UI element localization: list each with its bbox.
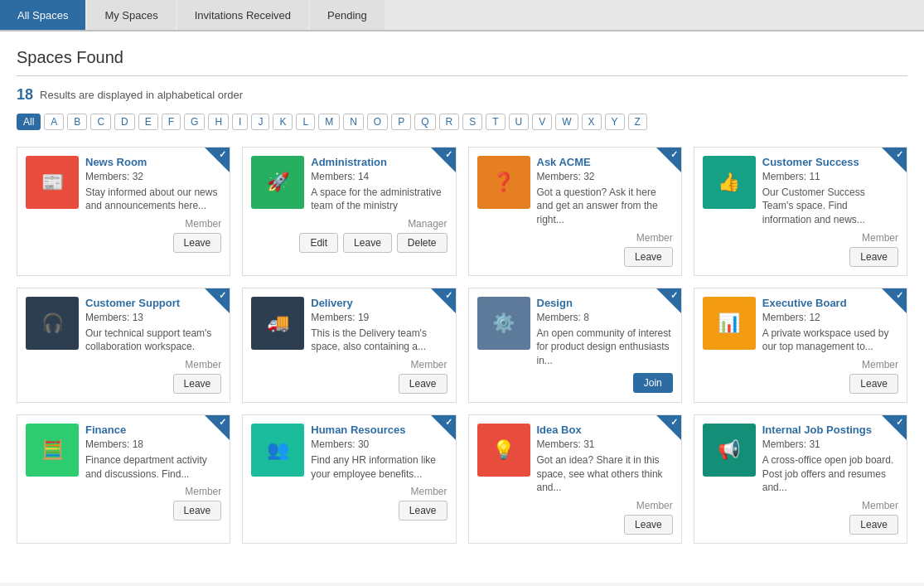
card-title[interactable]: Ask ACME bbox=[537, 156, 673, 169]
tab-my-spaces[interactable]: My Spaces bbox=[87, 0, 175, 30]
alpha-btn-m[interactable]: M bbox=[318, 114, 340, 130]
page-title: Spaces Found bbox=[17, 48, 907, 76]
card-members: Members: 14 bbox=[311, 171, 447, 182]
member-check-badge bbox=[656, 148, 681, 172]
alpha-btn-all[interactable]: All bbox=[17, 114, 41, 130]
member-check-badge bbox=[656, 415, 681, 440]
btn-leave-customer-support[interactable]: Leave bbox=[173, 374, 222, 394]
card-role: Member bbox=[703, 359, 898, 370]
card-title[interactable]: Customer Support bbox=[85, 297, 221, 310]
cards-grid: 📰News RoomMembers: 32Stay informed about… bbox=[17, 147, 907, 544]
card-members: Members: 8 bbox=[537, 312, 673, 323]
member-check-badge bbox=[431, 148, 456, 172]
card-administration: 🚀AdministrationMembers: 14A space for th… bbox=[242, 147, 456, 276]
card-thumbnail: 🧮 bbox=[26, 424, 79, 477]
alpha-btn-y[interactable]: Y bbox=[605, 114, 625, 130]
alpha-btn-l[interactable]: L bbox=[296, 114, 315, 130]
card-title[interactable]: Idea Box bbox=[537, 424, 673, 437]
alpha-btn-q[interactable]: Q bbox=[414, 114, 435, 130]
alpha-btn-h[interactable]: H bbox=[208, 114, 229, 130]
btn-leave-administration[interactable]: Leave bbox=[343, 233, 392, 253]
card-title[interactable]: Internal Job Postings bbox=[762, 424, 898, 437]
alpha-btn-o[interactable]: O bbox=[367, 114, 388, 130]
btn-delete-administration[interactable]: Delete bbox=[397, 233, 447, 253]
card-description: A cross-office open job board. Post job … bbox=[762, 453, 898, 495]
tab-all-spaces[interactable]: All Spaces bbox=[0, 0, 85, 30]
alpha-btn-k[interactable]: K bbox=[273, 114, 293, 130]
alpha-btn-i[interactable]: I bbox=[232, 114, 248, 130]
card-title[interactable]: Executive Board bbox=[762, 297, 898, 310]
alpha-btn-c[interactable]: C bbox=[90, 114, 111, 130]
btn-leave-idea-box[interactable]: Leave bbox=[624, 515, 673, 535]
btn-leave-ask-acme[interactable]: Leave bbox=[624, 247, 673, 267]
alpha-btn-a[interactable]: A bbox=[44, 114, 64, 130]
card-members: Members: 18 bbox=[85, 438, 221, 450]
card-members: Members: 11 bbox=[762, 171, 898, 182]
alpha-btn-x[interactable]: X bbox=[582, 114, 602, 130]
alpha-btn-w[interactable]: W bbox=[555, 114, 578, 130]
alpha-btn-u[interactable]: U bbox=[509, 114, 530, 130]
btn-leave-customer-success[interactable]: Leave bbox=[849, 247, 898, 267]
btn-leave-human-resources[interactable]: Leave bbox=[399, 501, 447, 521]
alpha-btn-b[interactable]: B bbox=[67, 114, 87, 130]
tab-pending[interactable]: Pending bbox=[310, 0, 385, 30]
alpha-btn-d[interactable]: D bbox=[114, 114, 135, 130]
alpha-btn-n[interactable]: N bbox=[343, 114, 364, 130]
card-members: Members: 12 bbox=[762, 312, 898, 323]
btn-leave-executive-board[interactable]: Leave bbox=[849, 374, 898, 394]
alpha-btn-s[interactable]: S bbox=[462, 114, 482, 130]
alpha-btn-v[interactable]: V bbox=[532, 114, 552, 130]
btn-edit-administration[interactable]: Edit bbox=[299, 233, 338, 253]
card-thumbnail: 👥 bbox=[251, 424, 304, 477]
card-role: Member bbox=[477, 500, 673, 511]
card-description: Got a question? Ask it here and get an a… bbox=[537, 186, 673, 227]
card-news-room: 📰News RoomMembers: 32Stay informed about… bbox=[17, 147, 230, 276]
card-title[interactable]: Design bbox=[537, 297, 673, 310]
card-customer-support: 🎧Customer SupportMembers: 13Our technica… bbox=[17, 288, 230, 403]
card-role: Member bbox=[251, 359, 447, 370]
card-role: Member bbox=[703, 232, 898, 244]
card-members: Members: 30 bbox=[311, 438, 447, 450]
tab-invitations-received[interactable]: Invitations Received bbox=[177, 0, 308, 30]
card-design: ⚙️DesignMembers: 8An open community of i… bbox=[468, 288, 682, 403]
card-role: Member bbox=[251, 486, 447, 497]
card-title[interactable]: Delivery bbox=[311, 297, 447, 310]
alpha-btn-g[interactable]: G bbox=[184, 114, 205, 130]
alpha-btn-z[interactable]: Z bbox=[628, 114, 647, 130]
card-title[interactable]: Administration bbox=[311, 156, 447, 169]
card-finance: 🧮FinanceMembers: 18Finance department ac… bbox=[17, 414, 230, 544]
tabs-container: All SpacesMy SpacesInvitations ReceivedP… bbox=[0, 0, 924, 31]
card-description: Got an idea? Share it in this space, see… bbox=[537, 453, 673, 495]
card-human-resources: 👥Human ResourcesMembers: 30Find any HR i… bbox=[242, 414, 456, 544]
alpha-btn-f[interactable]: F bbox=[162, 114, 181, 130]
member-check-badge bbox=[431, 415, 456, 440]
card-description: An open community of interest for produc… bbox=[537, 327, 673, 368]
card-thumbnail: ❓ bbox=[477, 156, 530, 209]
card-role: Manager bbox=[251, 218, 447, 230]
alpha-btn-j[interactable]: J bbox=[251, 114, 269, 130]
card-description: Stay informed about our news and announc… bbox=[85, 186, 221, 214]
card-title[interactable]: Human Resources bbox=[311, 424, 447, 437]
member-check-badge bbox=[656, 288, 681, 313]
btn-leave-delivery[interactable]: Leave bbox=[399, 374, 447, 394]
card-title[interactable]: News Room bbox=[85, 156, 221, 169]
alpha-btn-e[interactable]: E bbox=[138, 114, 158, 130]
alpha-btn-p[interactable]: P bbox=[391, 114, 411, 130]
alpha-btn-r[interactable]: R bbox=[439, 114, 460, 130]
card-thumbnail: 👍 bbox=[703, 156, 756, 209]
card-internal-job-postings: 📢Internal Job PostingsMembers: 31A cross… bbox=[694, 414, 907, 544]
btn-join-design[interactable]: Join bbox=[633, 373, 673, 393]
card-thumbnail: 🎧 bbox=[26, 297, 79, 350]
card-role: Member bbox=[26, 359, 221, 370]
btn-leave-internal-job-postings[interactable]: Leave bbox=[849, 515, 898, 535]
card-thumbnail: 📢 bbox=[703, 424, 756, 477]
btn-leave-finance[interactable]: Leave bbox=[173, 501, 222, 521]
card-title[interactable]: Finance bbox=[85, 424, 221, 437]
btn-leave-news-room[interactable]: Leave bbox=[173, 233, 222, 253]
card-title[interactable]: Customer Success bbox=[762, 156, 898, 169]
card-customer-success: 👍Customer SuccessMembers: 11Our Customer… bbox=[694, 147, 907, 276]
card-delivery: 🚚DeliveryMembers: 19This is the Delivery… bbox=[242, 288, 456, 403]
card-idea-box: 💡Idea BoxMembers: 31Got an idea? Share i… bbox=[468, 414, 682, 544]
alpha-btn-t[interactable]: T bbox=[486, 114, 505, 130]
card-thumbnail: 🚀 bbox=[251, 156, 304, 209]
